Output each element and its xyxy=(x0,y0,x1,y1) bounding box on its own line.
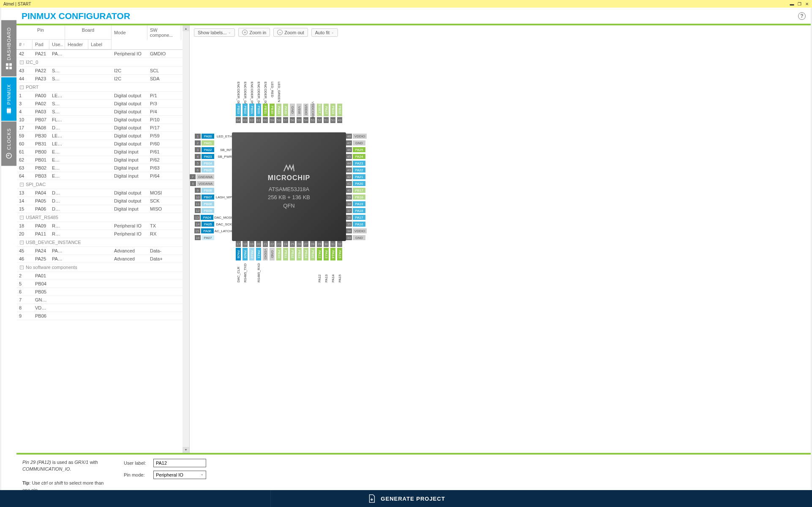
chip-pin[interactable]: ENCODER_00PB3160 xyxy=(262,82,269,123)
chip-pin[interactable]: 40PB17 xyxy=(346,187,384,194)
table-row[interactable]: 42PA21PA21Peripheral IOGMDIO xyxy=(16,50,189,58)
th-use[interactable]: Use.. xyxy=(49,40,65,49)
chip-pin[interactable]: 32PA15PA15 xyxy=(336,241,343,282)
chip-pin[interactable]: GND56 xyxy=(289,82,296,123)
chip-pin[interactable]: 38PA19 xyxy=(346,200,384,207)
chip-pin[interactable]: LED_GREENPA3158 xyxy=(275,82,282,123)
chip-pin[interactable]: 21VDDIO xyxy=(262,241,269,282)
table-row[interactable]: 63PB02ENC...Digital inputP/63 xyxy=(16,164,189,172)
table-row[interactable]: 64PB03ENC...Digital inputP/64 xyxy=(16,172,189,180)
table-row[interactable]: 6PB05 xyxy=(16,288,189,296)
chip-pin[interactable]: ENCODER_0APB0263 xyxy=(242,82,248,123)
table-row[interactable]: 10PB07FLA...Digital outputP/10 xyxy=(16,116,189,124)
table-row[interactable]: 17PA08DAC...Digital outputP/17 xyxy=(16,124,189,132)
minimize-icon[interactable]: ▬ xyxy=(790,2,794,6)
chip-pin[interactable]: 24PB11 xyxy=(282,241,289,282)
chip-pin[interactable]: 33GND xyxy=(346,234,384,241)
sidebar-tab-dashboard[interactable]: DASHBOARD xyxy=(1,20,16,77)
chip-pin[interactable]: ENCODER_05PB0162 xyxy=(248,82,255,123)
th-header[interactable]: Header xyxy=(65,40,88,49)
table-row[interactable]: 61PB00ENC...Digital inputP/61 xyxy=(16,148,189,156)
table-row[interactable]: 45PA24PA24AdvancedData- xyxy=(16,247,189,255)
chip-pin[interactable]: 35PA16 xyxy=(346,221,384,227)
chip-pin[interactable]: PA2751 xyxy=(323,82,330,123)
chip-pin[interactable]: 36PA17 xyxy=(346,214,384,221)
chip-pin[interactable]: RESET_N52 xyxy=(316,82,323,123)
th-mode[interactable]: Mode xyxy=(112,25,147,40)
chip-pin[interactable]: 19PA10 xyxy=(248,241,255,282)
table-row[interactable]: 13PA04DAC...Digital outputMOSI xyxy=(16,189,189,197)
show-labels-button[interactable]: Show labels...⌄ xyxy=(194,28,235,37)
chip-pin[interactable]: 28PB15 xyxy=(309,241,316,282)
chip-pin[interactable]: 41PA20 xyxy=(346,180,384,187)
pin-mode-select[interactable] xyxy=(153,471,206,479)
chip-pin[interactable]: AC_LATCHPA0615 xyxy=(190,227,232,234)
chip-pin[interactable]: 48VDDIO xyxy=(346,133,384,140)
table-row[interactable]: 5PB04 xyxy=(16,280,189,288)
chip-pin[interactable]: VDDIO54 xyxy=(302,82,309,123)
table-row[interactable]: 14PA05DAC...Digital outputSCK xyxy=(16,197,189,205)
chip-pin[interactable]: SB_INTPA023 xyxy=(190,146,232,153)
zoom-out-button[interactable]: −Zoom out xyxy=(273,28,308,37)
chip-pin[interactable]: LASH_WPPB0710 xyxy=(190,194,232,200)
chip-pin[interactable]: PA012 xyxy=(190,140,232,146)
th-board-group[interactable]: Board xyxy=(65,25,112,40)
chip-pin[interactable]: DAC_SCKPA0514 xyxy=(190,221,232,227)
table-row[interactable]: 59PB30LED...Digital outputP/59 xyxy=(16,132,189,140)
chip-pin[interactable]: 47GND xyxy=(346,140,384,146)
scroll-down-icon[interactable]: ▾ xyxy=(183,447,189,453)
chip-pin[interactable]: 42PA21 xyxy=(346,173,384,180)
th-label[interactable]: Label xyxy=(88,40,112,49)
th-num[interactable]: #↑ xyxy=(16,40,33,49)
chip-pin[interactable]: GNDANA7 xyxy=(190,173,232,180)
chip-canvas[interactable]: MICROCHIP ATSAME53J18A 256 KB + 136 KB Q… xyxy=(190,39,811,453)
chip-pin[interactable]: 43PA22 xyxy=(346,167,384,173)
table-row[interactable]: 1PA00LED...Digital outputP/1 xyxy=(16,92,189,100)
table-group[interactable]: −SPI_DAC xyxy=(16,180,189,189)
chip-pin[interactable]: 39PB16 xyxy=(346,194,384,200)
table-row[interactable]: 4PA03SB_...Digital outputP/4 xyxy=(16,108,189,116)
table-row[interactable]: 3PA02SB_I...Digital outputP/3 xyxy=(16,100,189,108)
chip-pin[interactable]: PB2350 xyxy=(330,82,336,123)
chip-pin[interactable]: PB045 xyxy=(190,160,232,167)
table-row[interactable]: 60PB31LED...Digital outputP/60 xyxy=(16,140,189,148)
table-group[interactable]: −PORT xyxy=(16,83,189,92)
chip-pin[interactable]: PB0811 xyxy=(190,200,232,207)
th-pad[interactable]: Pad xyxy=(33,40,49,49)
chip-pin[interactable]: ENCODER_04PB0061 xyxy=(255,82,262,123)
chip-pin[interactable]: VDDANA8 xyxy=(190,180,232,187)
table-row[interactable]: 8VDDA... xyxy=(16,304,189,312)
chip-pin[interactable]: 45PA24 xyxy=(346,153,384,160)
table-row[interactable]: 7GNDA... xyxy=(16,296,189,304)
chip-pin[interactable]: 22GND xyxy=(269,241,275,282)
sidebar-tab-pinmux[interactable]: PINMUX xyxy=(1,77,16,121)
table-row[interactable]: 46PA25PA25AdvancedData+ xyxy=(16,255,189,263)
chip-pin[interactable]: 26PB13 xyxy=(296,241,302,282)
chip-pin[interactable]: 27PB14 xyxy=(302,241,309,282)
chip-pin[interactable]: 17PA08DAC_CLR xyxy=(235,241,242,282)
table-row[interactable]: 20PA11RS4...Peripheral IORX xyxy=(16,230,189,238)
chip-pin[interactable]: SB_PWRPA034 xyxy=(190,153,232,160)
chip-pin[interactable]: 46PA25 xyxy=(346,146,384,153)
generate-project-button[interactable]: GENERATE PROJECT xyxy=(271,490,541,507)
chip-pin[interactable]: PB2249 xyxy=(336,82,343,123)
chip-pin[interactable]: 23PB10 xyxy=(275,241,282,282)
auto-fit-button[interactable]: Auto fit⌄ xyxy=(311,28,338,37)
chip-pin[interactable]: PA0716 xyxy=(190,234,232,241)
chip-pin[interactable]: PB069 xyxy=(190,187,232,194)
chip-pin[interactable]: 31PA14PA14 xyxy=(330,241,336,282)
chip-pin[interactable]: VSW55 xyxy=(296,82,302,123)
table-row[interactable]: 18PA09RS4...Peripheral IOTX xyxy=(16,222,189,230)
th-sw[interactable]: SW compone... xyxy=(147,25,181,40)
table-group[interactable]: −No software components xyxy=(16,263,189,272)
chip-pin[interactable]: 34VDDIO xyxy=(346,227,384,234)
table-scrollbar[interactable]: ▴ ▾ xyxy=(183,25,189,453)
chip-pin[interactable]: LED_ETHPA001 xyxy=(190,133,232,140)
table-row[interactable]: 9PB06 xyxy=(16,312,189,320)
th-pin-group[interactable]: Pin xyxy=(16,25,65,40)
user-label-input[interactable] xyxy=(153,459,206,467)
chip-pin[interactable]: 25PB12 xyxy=(289,241,296,282)
table-group[interactable]: −USART_RS485 xyxy=(16,213,189,222)
close-icon[interactable]: ✕ xyxy=(805,2,809,6)
table-row[interactable]: 2PA01 xyxy=(16,272,189,280)
